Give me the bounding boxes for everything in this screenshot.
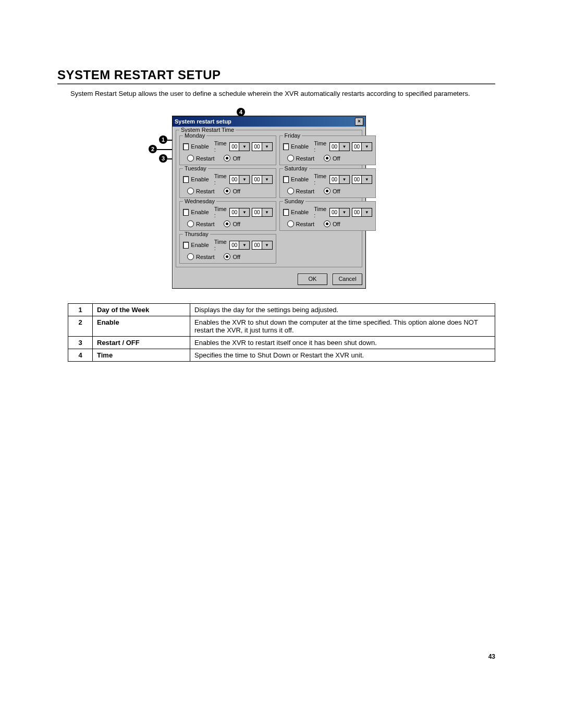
row-desc: Enables the XVR to shut down the compute… [190, 316, 495, 337]
off-radio[interactable] [224, 155, 230, 162]
enable-checkbox[interactable] [183, 143, 189, 150]
minute-select[interactable]: 00▼ [252, 175, 272, 184]
row-number: 4 [68, 349, 93, 362]
chevron-down-icon: ▼ [262, 241, 272, 249]
off-label: Off [232, 254, 240, 260]
day-monday: MondayEnableTime :00▼00▼RestartOff [179, 135, 276, 165]
hour-select[interactable]: 00▼ [229, 241, 250, 250]
ok-button[interactable]: OK [298, 274, 327, 285]
off-label: Off [333, 155, 340, 162]
table-row: 3Restart / OFFEnables the XVR to restart… [68, 337, 495, 349]
day-label: Wednesday [183, 198, 216, 204]
restart-label: Restart [296, 221, 314, 227]
off-label: Off [333, 221, 340, 227]
enable-label: Enable [191, 143, 209, 150]
enable-checkbox[interactable] [283, 176, 289, 183]
restart-radio[interactable] [187, 155, 194, 162]
restart-radio[interactable] [187, 220, 194, 227]
restart-label: Restart [196, 254, 214, 260]
restart-radio[interactable] [287, 188, 294, 194]
off-label: Off [232, 221, 240, 227]
day-label: Sunday [283, 198, 305, 204]
off-radio[interactable] [324, 220, 331, 227]
minute-select[interactable]: 00▼ [252, 241, 272, 250]
minute-select[interactable]: 00▼ [252, 208, 272, 217]
day-saturday: SaturdayEnableTime :00▼00▼RestartOff [279, 168, 376, 198]
chevron-down-icon: ▼ [361, 208, 372, 216]
off-label: Off [333, 188, 340, 194]
time-label: Time : [314, 140, 327, 153]
row-name: Time [93, 349, 190, 362]
enable-checkbox[interactable] [183, 209, 189, 216]
callout-3: 3 [159, 154, 167, 163]
off-radio[interactable] [324, 188, 331, 194]
time-label: Time : [314, 206, 327, 218]
restart-label: Restart [196, 155, 214, 162]
enable-checkbox[interactable] [183, 176, 189, 183]
enable-checkbox[interactable] [283, 209, 289, 216]
restart-radio[interactable] [287, 155, 294, 162]
row-desc: Specifies the time to Shut Down or Resta… [190, 349, 495, 362]
enable-label: Enable [191, 209, 209, 215]
enable-label: Enable [291, 209, 309, 215]
restart-radio[interactable] [187, 253, 194, 260]
row-name: Day of the Week [93, 304, 190, 316]
table-row: 1Day of the WeekDisplays the day for the… [68, 304, 495, 316]
off-label: Off [232, 188, 240, 194]
row-desc: Enables the XVR to restart itself once i… [190, 337, 495, 349]
day-tuesday: TuesdayEnableTime :00▼00▼RestartOff [179, 168, 276, 198]
chevron-down-icon: ▼ [239, 208, 249, 216]
hour-select[interactable]: 00▼ [329, 142, 350, 151]
dialog-title: System restart setup [175, 118, 231, 125]
minute-select[interactable]: 00▼ [352, 175, 372, 184]
chevron-down-icon: ▼ [262, 208, 272, 216]
callout-2: 2 [149, 145, 157, 153]
chevron-down-icon: ▼ [361, 176, 372, 183]
off-radio[interactable] [324, 155, 331, 162]
restart-radio[interactable] [187, 188, 194, 194]
chevron-down-icon: ▼ [262, 176, 272, 183]
chevron-down-icon: ▼ [239, 241, 249, 249]
chevron-down-icon: ▼ [339, 208, 349, 216]
restart-radio[interactable] [287, 220, 294, 227]
day-thursday: ThursdayEnableTime :00▼00▼RestartOff [179, 234, 276, 264]
chevron-down-icon: ▼ [262, 143, 272, 151]
system-restart-dialog: System restart setup × System Restart Ti… [172, 116, 366, 289]
time-label: Time : [214, 239, 228, 251]
hour-select[interactable]: 00▼ [229, 208, 250, 217]
close-icon[interactable]: × [355, 118, 363, 126]
callout-4: 4 [237, 108, 245, 116]
day-label: Friday [283, 132, 302, 139]
chevron-down-icon: ▼ [361, 143, 372, 151]
day-sunday: SundayEnableTime :00▼00▼RestartOff [279, 201, 376, 231]
chevron-down-icon: ▼ [239, 143, 249, 151]
off-radio[interactable] [224, 253, 230, 260]
chevron-down-icon: ▼ [339, 176, 349, 183]
enable-label: Enable [291, 176, 309, 182]
off-radio[interactable] [224, 188, 230, 194]
hour-select[interactable]: 00▼ [229, 175, 250, 184]
description-table: 1Day of the WeekDisplays the day for the… [68, 303, 495, 362]
day-label: Tuesday [183, 165, 208, 171]
minute-select[interactable]: 00▼ [252, 142, 272, 151]
minute-select[interactable]: 00▼ [352, 208, 372, 217]
off-radio[interactable] [224, 220, 230, 227]
day-wednesday: WednesdayEnableTime :00▼00▼RestartOff [179, 201, 276, 231]
time-label: Time : [314, 173, 327, 186]
minute-select[interactable]: 00▼ [352, 142, 372, 151]
restart-label: Restart [196, 221, 214, 227]
row-number: 2 [68, 316, 93, 337]
enable-label: Enable [191, 176, 209, 182]
enable-label: Enable [191, 242, 209, 248]
hour-select[interactable]: 00▼ [329, 175, 350, 184]
cancel-button[interactable]: Cancel [333, 274, 362, 285]
hour-select[interactable]: 00▼ [229, 142, 250, 151]
day-label: Saturday [283, 165, 309, 171]
table-row: 4TimeSpecifies the time to Shut Down or … [68, 349, 495, 362]
enable-checkbox[interactable] [283, 143, 289, 150]
day-label: Monday [183, 132, 206, 139]
off-label: Off [232, 155, 240, 162]
time-label: Time : [214, 173, 228, 186]
enable-checkbox[interactable] [183, 242, 189, 249]
hour-select[interactable]: 00▼ [329, 208, 350, 217]
